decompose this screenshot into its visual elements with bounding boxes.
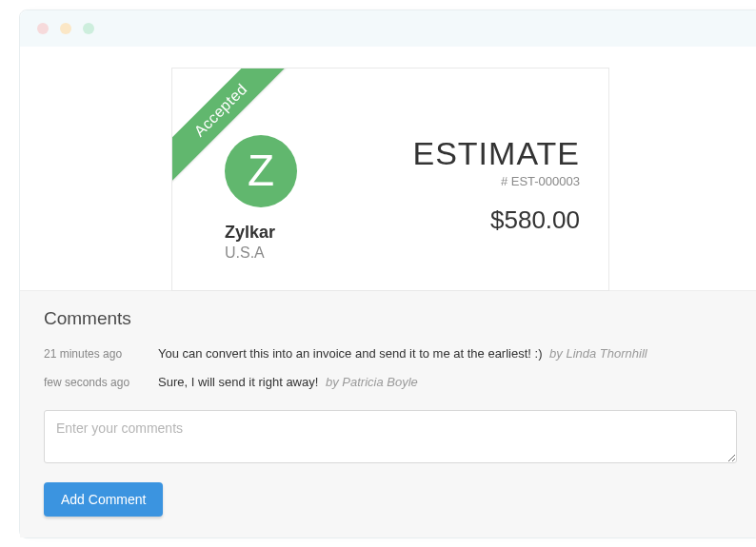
comments-panel: Comments 21 minutes ago You can convert … [20, 290, 756, 537]
company-column: Z Zylkar U.S.A [201, 135, 297, 262]
company-logo: Z [225, 135, 297, 207]
company-location: U.S.A [225, 244, 297, 262]
comment-body: Sure, I will send it right away! by Patr… [158, 373, 418, 392]
company-name: Zylkar [225, 223, 297, 243]
content-area: Accepted Z Zylkar U.S.A ESTIMATE # EST-0… [20, 47, 756, 537]
estimate-column: ESTIMATE # EST-000003 $580.00 [413, 135, 581, 235]
comment-row: few seconds ago Sure, I will send it rig… [44, 373, 737, 392]
estimate-card: Accepted Z Zylkar U.S.A ESTIMATE # EST-0… [171, 68, 609, 291]
comment-time: few seconds ago [44, 373, 158, 392]
comment-input[interactable] [44, 410, 737, 463]
comment-body: You can convert this into an invoice and… [158, 344, 647, 363]
maximize-icon[interactable] [83, 23, 94, 34]
minimize-icon[interactable] [60, 23, 71, 34]
comments-heading: Comments [44, 308, 737, 329]
card-body: Z Zylkar U.S.A ESTIMATE # EST-000003 $58… [201, 135, 580, 262]
estimate-title: ESTIMATE [413, 135, 581, 172]
window-titlebar [20, 10, 756, 47]
close-icon[interactable] [37, 23, 49, 34]
comment-row: 21 minutes ago You can convert this into… [44, 344, 737, 363]
browser-window: Accepted Z Zylkar U.S.A ESTIMATE # EST-0… [19, 10, 756, 538]
estimate-amount: $580.00 [413, 205, 581, 235]
comment-author: by Patricia Boyle [326, 375, 418, 389]
logo-letter: Z [248, 148, 274, 192]
comment-text: You can convert this into an invoice and… [158, 346, 542, 361]
comment-author: by Linda Thornhill [549, 346, 647, 361]
estimate-number: # EST-000003 [413, 174, 581, 188]
comment-time: 21 minutes ago [44, 344, 158, 363]
comment-text: Sure, I will send it right away! [158, 375, 318, 389]
add-comment-button[interactable]: Add Comment [44, 482, 163, 517]
